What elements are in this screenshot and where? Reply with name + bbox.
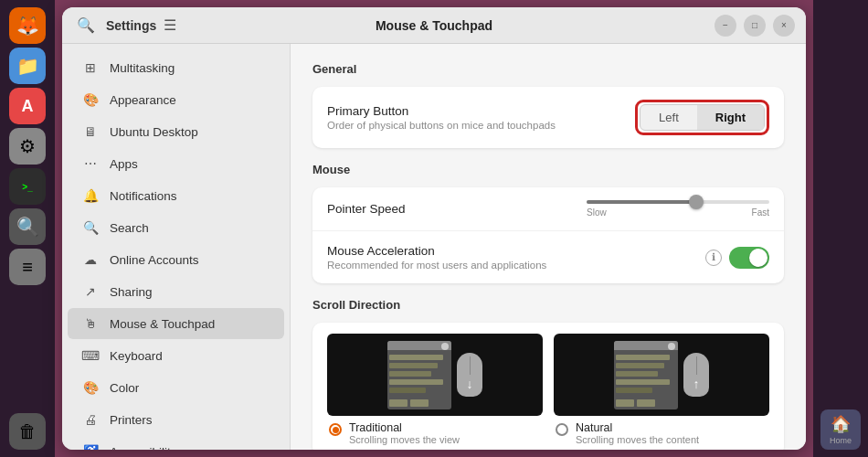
natural-sub-text: Scrolling moves the content [576,434,699,445]
keyboard-icon: ⌨ [82,347,99,364]
sidebar-item-label: Mouse & Touchpad [110,317,215,331]
home-label: Home [830,436,852,445]
primary-button-highlight: Left Right [635,100,769,135]
traditional-text: Traditional Scrolling moves the view [349,421,460,445]
pointer-speed-row: Pointer Speed Slow Fast [312,187,784,231]
appearance-icon: 🎨 [82,91,99,108]
close-button[interactable]: × [773,15,795,37]
mouse-icon: 🖱 [82,315,99,332]
general-section-title: General [312,62,784,76]
natural-mouse: ↑ [683,353,709,397]
sidebar-item-sharing[interactable]: ↗ Sharing [68,276,284,307]
traditional-scroll-image[interactable]: ↓ [327,334,543,416]
pointer-speed-control: Slow Fast [587,200,769,218]
sidebar-item-printers[interactable]: 🖨 Printers [68,404,284,435]
primary-button-row: Primary Button Order of physical buttons… [312,87,784,148]
mouse-card: Pointer Speed Slow Fast [312,187,784,283]
pointer-speed-thumb[interactable] [689,195,704,209]
traditional-radio[interactable] [329,423,342,436]
home-icon: 🏠 [831,414,851,434]
slow-label: Slow [587,207,607,218]
settings-window: 🔍 Settings ☰ Mouse & Touchpad − □ × ⊞ Mu… [62,7,806,450]
sidebar-item-label: Search [110,221,149,235]
mouse-accel-label: Mouse Acceleration [327,244,705,258]
right-button-option[interactable]: Right [697,105,764,130]
files-icon[interactable]: 📁 [9,48,46,84]
pointer-speed-slider-container: Slow Fast [587,200,769,218]
traditional-option-label: Traditional Scrolling moves the view [327,421,543,445]
sharing-icon: ↗ [82,283,99,300]
fast-label: Fast [752,207,769,218]
left-button-option[interactable]: Left [640,105,697,130]
notifications-icon: 🔔 [82,187,99,204]
sidebar-item-color[interactable]: 🎨 Color [68,372,284,403]
mouse-accel-info-icon[interactable]: ℹ [705,250,722,266]
sidebar-item-label: Online Accounts [110,253,199,267]
natural-scroll-image[interactable]: ↑ [554,334,769,416]
traditional-label-text: Traditional [349,421,460,434]
mouse-accel-sub: Recommended for most users and applicati… [327,260,705,271]
primary-button-control: Left Right [635,100,769,135]
sidebar-item-label: Keyboard [110,349,163,363]
color-icon: 🎨 [82,379,99,396]
sidebar-item-label: Appearance [110,93,176,107]
sidebar-item-accessibility[interactable]: ♿ Accessibility [68,436,284,450]
sidebar-item-search[interactable]: 🔍 Search [68,212,284,243]
traditional-sub-text: Scrolling moves the view [349,434,460,445]
sidebar-item-apps[interactable]: ⋯ Apps [68,148,284,179]
pointer-speed-track [587,200,769,204]
natural-scroll-option: ↑ Natural Scrolling moves the content [554,334,769,445]
content-area: ⊞ Multitasking 🎨 Appearance 🖥 Ubuntu Des… [62,44,806,450]
window-controls: − □ × [715,15,795,37]
traditional-mouse: ↓ [457,353,482,397]
natural-label-text: Natural [576,421,699,434]
appstore-icon[interactable]: A [9,88,46,124]
sidebar-item-label: Sharing [110,285,153,299]
main-panel: General Primary Button Order of physical… [291,44,806,450]
sidebar-item-appearance[interactable]: 🎨 Appearance [68,84,284,115]
firefox-icon[interactable]: 🦊 [9,7,46,44]
natural-radio[interactable] [556,423,568,436]
sidebar-item-label: Apps [110,157,138,171]
sidebar-item-label: Color [110,381,139,395]
titlebar-menu-icon[interactable]: ☰ [164,16,176,34]
sidebar-item-label: Accessibility [110,445,177,451]
mouse-section-title: Mouse [312,163,784,176]
titlebar-app-title: Settings [106,18,156,33]
sidebar-item-ubuntu-desktop[interactable]: 🖥 Ubuntu Desktop [68,116,284,147]
search-sidebar-icon: 🔍 [82,219,99,236]
primary-button-info: Primary Button Order of physical buttons… [327,104,635,131]
titlebar: 🔍 Settings ☰ Mouse & Touchpad − □ × [62,7,806,44]
left-dock: 🦊 📁 A ⚙ >_ 🔍 ≡ 🗑 [0,0,55,457]
sidebar-item-label: Ubuntu Desktop [110,125,198,139]
files2-icon[interactable]: ≡ [9,249,46,285]
titlebar-search-button[interactable]: 🔍 [73,13,99,38]
home-button[interactable]: 🏠 Home [820,409,861,450]
traditional-mock-window [387,341,451,409]
sidebar: ⊞ Multitasking 🎨 Appearance 🖥 Ubuntu Des… [62,44,291,450]
accessibility-icon: ♿ [82,443,99,450]
mouse-accel-control: ℹ [705,247,769,269]
mouse-accel-info: Mouse Acceleration Recommended for most … [327,244,705,271]
settings-dock-icon[interactable]: ⚙ [9,128,46,165]
sidebar-item-multitasking[interactable]: ⊞ Multitasking [68,52,284,83]
printers-icon: 🖨 [82,411,99,428]
sidebar-item-notifications[interactable]: 🔔 Notifications [68,180,284,211]
natural-text: Natural Scrolling moves the content [576,421,699,445]
sidebar-item-mouse-touchpad[interactable]: 🖱 Mouse & Touchpad [68,308,284,339]
terminal-icon[interactable]: >_ [9,168,46,205]
natural-option-label: Natural Scrolling moves the content [554,421,769,445]
mouse-accel-toggle[interactable] [729,247,769,269]
sidebar-item-label: Printers [110,413,153,427]
maximize-button[interactable]: □ [744,15,766,37]
trash-icon[interactable]: 🗑 [9,413,46,450]
search-dock-icon[interactable]: 🔍 [9,208,46,245]
minimize-button[interactable]: − [715,15,736,37]
multitasking-icon: ⊞ [82,59,99,76]
traditional-scroll-option: ↓ Traditional Scrolling moves the view [327,334,543,445]
ubuntu-icon: 🖥 [82,123,99,140]
sidebar-item-keyboard[interactable]: ⌨ Keyboard [68,340,284,371]
pointer-speed-info: Pointer Speed [327,202,587,216]
sidebar-item-online-accounts[interactable]: ☁ Online Accounts [68,244,284,275]
primary-button-toggle: Left Right [640,104,765,131]
